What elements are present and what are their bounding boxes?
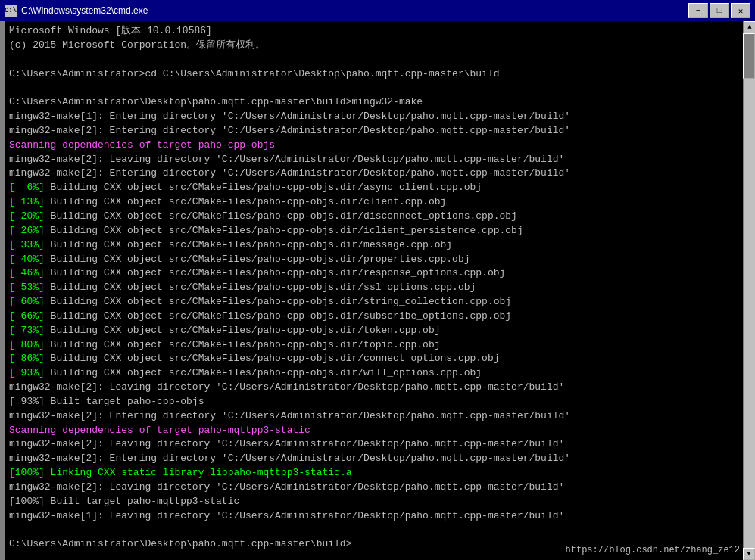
terminal-line: [ 53%] Building CXX object src/CMakeFile… xyxy=(9,281,750,295)
title-bar-controls: − □ ✕ xyxy=(688,3,750,18)
terminal-line: [ 93%] Building CXX object src/CMakeFile… xyxy=(9,366,750,381)
terminal-line: mingw32-make[2]: Leaving directory 'C:/U… xyxy=(9,381,750,395)
terminal-line: [ 86%] Building CXX object src/CMakeFile… xyxy=(9,352,750,366)
terminal-line: [ 73%] Building CXX object src/CMakeFile… xyxy=(9,324,750,338)
terminal-line: [ 20%] Building CXX object src/CMakeFile… xyxy=(9,210,750,224)
terminal-line: mingw32-make[2]: Entering directory 'C:/… xyxy=(9,452,750,466)
terminal-line: Scanning dependencies of target paho-cpp… xyxy=(9,138,750,153)
minimize-button[interactable]: − xyxy=(688,3,708,18)
terminal-line: [ 6%] Building CXX object src/CMakeFiles… xyxy=(9,181,750,195)
terminal-line: [100%] Linking CXX static library libpah… xyxy=(9,466,750,481)
terminal-line: mingw32-make[2]: Leaving directory 'C:/U… xyxy=(9,481,750,495)
scrollbar[interactable]: ▲ ▼ xyxy=(743,21,755,560)
terminal-line: (c) 2015 Microsoft Corporation。保留所有权利。 xyxy=(9,39,750,53)
watermark: https://blog.csdn.net/zhang_ze12 xyxy=(566,545,740,555)
scroll-down-arrow[interactable]: ▼ xyxy=(743,548,755,560)
terminal-line: [ 40%] Building CXX object src/CMakeFile… xyxy=(9,253,750,267)
left-scroll-indicator xyxy=(0,21,5,560)
terminal-line xyxy=(9,81,750,95)
title-bar: C:\ C:\Windows\system32\cmd.exe − □ ✕ xyxy=(0,0,755,21)
terminal-line xyxy=(9,53,750,67)
cmd-icon: C:\ xyxy=(5,5,17,17)
title-bar-left: C:\ C:\Windows\system32\cmd.exe xyxy=(5,5,148,17)
terminal-line: C:\Users\Administrator>cd C:\Users\Admin… xyxy=(9,67,750,82)
terminal-line: C:\Users\Administrator\Desktop\paho.mqtt… xyxy=(9,95,750,110)
terminal-line: [ 33%] Building CXX object src/CMakeFile… xyxy=(9,238,750,253)
terminal-line: mingw32-make[2]: Entering directory 'C:/… xyxy=(9,166,750,181)
terminal: Microsoft Windows [版本 10.0.10586](c) 201… xyxy=(0,21,755,560)
title-bar-title: C:\Windows\system32\cmd.exe xyxy=(21,5,148,16)
terminal-line: [ 60%] Building CXX object src/CMakeFile… xyxy=(9,295,750,310)
terminal-line: [ 46%] Building CXX object src/CMakeFile… xyxy=(9,266,750,281)
terminal-line: [ 93%] Built target paho-cpp-objs xyxy=(9,395,750,409)
scrollbar-thumb[interactable] xyxy=(743,33,755,79)
terminal-line: [ 80%] Building CXX object src/CMakeFile… xyxy=(9,338,750,353)
close-button[interactable]: ✕ xyxy=(731,3,750,18)
terminal-line: [ 13%] Building CXX object src/CMakeFile… xyxy=(9,195,750,210)
terminal-line: mingw32-make[2]: Leaving directory 'C:/U… xyxy=(9,437,750,452)
terminal-line xyxy=(9,524,750,538)
terminal-line: Microsoft Windows [版本 10.0.10586] xyxy=(9,24,750,39)
terminal-line: [ 26%] Building CXX object src/CMakeFile… xyxy=(9,224,750,238)
terminal-line: mingw32-make[2]: Leaving directory 'C:/U… xyxy=(9,153,750,167)
terminal-line: mingw32-make[2]: Entering directory 'C:/… xyxy=(9,124,750,138)
terminal-content: Microsoft Windows [版本 10.0.10586](c) 201… xyxy=(9,24,750,552)
terminal-line: mingw32-make[1]: Entering directory 'C:/… xyxy=(9,110,750,124)
terminal-line: [ 66%] Building CXX object src/CMakeFile… xyxy=(9,310,750,324)
terminal-line: mingw32-make[1]: Leaving directory 'C:/U… xyxy=(9,509,750,524)
maximize-button[interactable]: □ xyxy=(710,3,729,18)
terminal-line: mingw32-make[2]: Entering directory 'C:/… xyxy=(9,409,750,424)
terminal-line: [100%] Built target paho-mqttpp3-static xyxy=(9,495,750,509)
scroll-up-arrow[interactable]: ▲ xyxy=(744,21,755,33)
terminal-line: Scanning dependencies of target paho-mqt… xyxy=(9,424,750,438)
